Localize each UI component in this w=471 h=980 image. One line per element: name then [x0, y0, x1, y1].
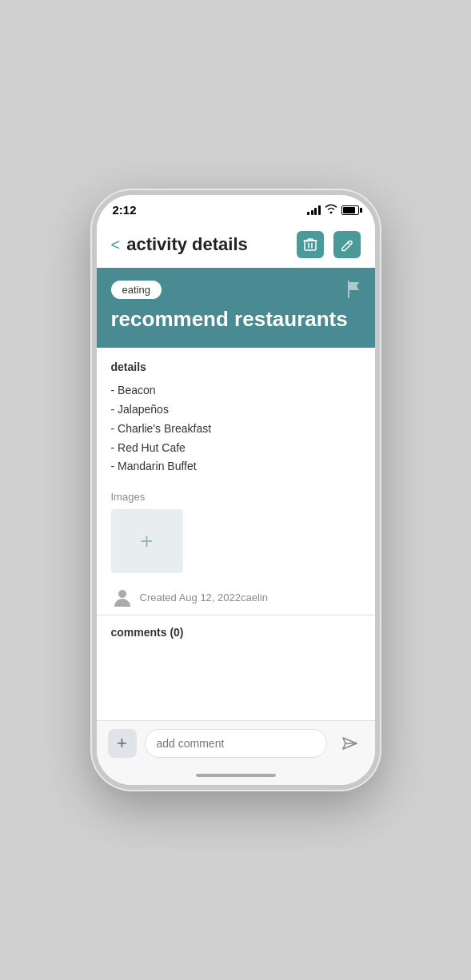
images-label: Images	[111, 491, 361, 503]
home-indicator	[97, 766, 375, 785]
flag-icon[interactable]	[346, 281, 361, 302]
page-title: activity details	[126, 234, 248, 255]
add-attachment-icon: +	[117, 735, 127, 752]
status-icons	[307, 204, 359, 216]
delete-button[interactable]	[297, 231, 324, 258]
svg-point-7	[118, 590, 126, 598]
comments-section: comments (0)	[111, 615, 361, 646]
plus-icon: +	[140, 530, 153, 552]
add-image-button[interactable]: +	[111, 509, 183, 573]
bottom-bar: +	[97, 720, 375, 766]
edit-button[interactable]	[333, 231, 361, 258]
list-item: - Jalapeños	[111, 400, 361, 420]
header-actions	[297, 231, 361, 258]
status-bar: 2:12	[97, 195, 375, 221]
send-icon	[341, 735, 358, 752]
wifi-icon	[325, 204, 337, 216]
created-row: Created Aug 12, 2022caelin	[111, 586, 361, 608]
user-avatar-icon	[111, 586, 134, 608]
add-attachment-button[interactable]: +	[108, 729, 137, 758]
phone-frame: 2:12 < activity details	[92, 190, 380, 790]
details-list: - Beacon - Jalapeños - Charlie's Breakfa…	[111, 381, 361, 476]
content-area: details - Beacon - Jalapeños - Charlie's…	[97, 348, 375, 720]
signal-icon	[307, 205, 321, 215]
svg-rect-5	[306, 240, 314, 241]
category-badge: eating	[111, 281, 162, 299]
home-bar	[196, 774, 276, 777]
edit-icon	[340, 237, 354, 252]
list-item: - Red Hut Cafe	[111, 439, 361, 458]
comments-label: comments (0)	[111, 626, 184, 639]
header-left: < activity details	[111, 234, 248, 255]
screen: < activity details	[97, 221, 375, 785]
hero-title: recommend restaurants	[111, 307, 361, 332]
back-button[interactable]: <	[111, 236, 121, 254]
battery-icon	[341, 205, 359, 215]
comment-input[interactable]	[145, 729, 327, 758]
list-item: - Charlie's Breakfast	[111, 420, 361, 439]
trash-icon	[303, 237, 317, 252]
status-time: 2:12	[113, 203, 137, 217]
send-button[interactable]	[335, 729, 364, 758]
hero-section: eating recommend restaurants	[97, 268, 375, 348]
created-text: Created Aug 12, 2022caelin	[140, 592, 268, 604]
details-label: details	[111, 361, 361, 373]
list-item: - Beacon	[111, 381, 361, 400]
app-header: < activity details	[97, 221, 375, 268]
svg-rect-0	[305, 241, 316, 250]
list-item: - Mandarin Buffet	[111, 457, 361, 476]
